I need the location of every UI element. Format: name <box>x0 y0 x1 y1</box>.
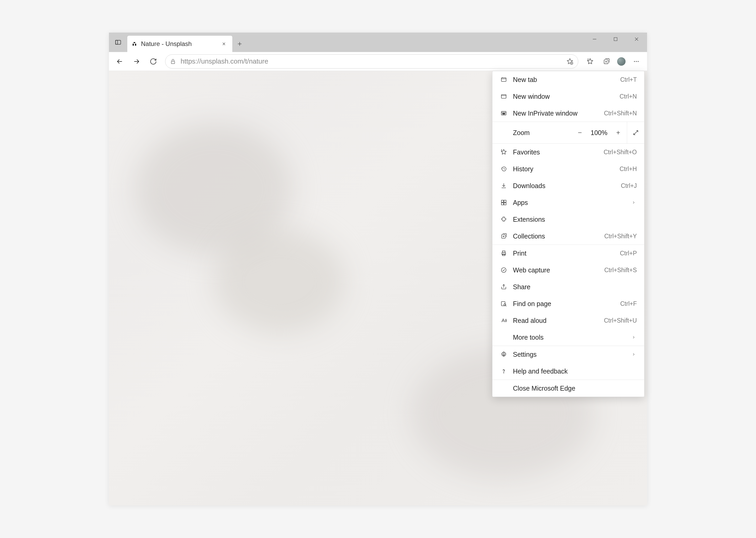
svg-rect-2 <box>614 37 617 41</box>
extensions-icon <box>500 215 508 223</box>
window-icon <box>500 92 508 100</box>
window-controls <box>584 32 647 52</box>
svg-rect-1 <box>116 40 118 44</box>
toolbar: https://unsplash.com/t/nature <box>109 52 647 71</box>
active-tab[interactable]: Nature - Unsplash <box>127 36 232 52</box>
svg-point-6 <box>634 61 635 62</box>
url-text[interactable]: https://unsplash.com/t/nature <box>181 57 562 65</box>
menu-shortcut: Ctrl+J <box>621 182 637 189</box>
zoom-in-button[interactable] <box>609 122 627 143</box>
menu-settings[interactable]: Settings <box>493 346 644 363</box>
collections-button[interactable] <box>599 54 614 69</box>
menu-read-aloud[interactable]: Read aloud Ctrl+Shift+U <box>493 312 644 329</box>
svg-rect-9 <box>501 78 506 81</box>
inprivate-icon <box>500 109 508 117</box>
svg-point-25 <box>503 353 504 355</box>
menu-label: Print <box>513 249 615 257</box>
history-icon <box>500 165 508 173</box>
gear-icon <box>500 350 508 358</box>
menu-new-tab[interactable]: New tab Ctrl+T <box>493 71 644 88</box>
svg-point-7 <box>636 61 637 62</box>
menu-shortcut: Ctrl+Shift+S <box>604 267 637 274</box>
menu-shortcut: Ctrl+H <box>620 166 637 173</box>
menu-shortcut: Ctrl+Shift+U <box>604 317 637 324</box>
browser-window: Nature - Unsplash <box>109 32 647 506</box>
menu-print[interactable]: Print Ctrl+P <box>493 245 644 262</box>
chevron-right-icon <box>632 200 637 205</box>
menu-close-edge[interactable]: Close Microsoft Edge <box>493 380 644 397</box>
more-horizontal-icon <box>633 58 639 65</box>
favorites-button[interactable] <box>583 54 598 69</box>
zoom-label: Zoom <box>513 129 571 136</box>
menu-history[interactable]: History Ctrl+H <box>493 161 644 177</box>
new-tab-icon <box>500 76 508 83</box>
capture-icon <box>500 266 508 274</box>
tab-close-button[interactable] <box>220 40 228 48</box>
menu-label: Collections <box>513 233 599 240</box>
add-favorite-button[interactable] <box>566 58 574 65</box>
print-icon <box>500 249 508 257</box>
forward-button[interactable] <box>129 54 144 69</box>
new-tab-button[interactable] <box>232 36 247 52</box>
chevron-right-icon <box>632 352 637 356</box>
svg-rect-10 <box>501 94 506 98</box>
menu-label: Close Microsoft Edge <box>513 385 637 392</box>
menu-new-window[interactable]: New window Ctrl+N <box>493 88 644 105</box>
chevron-right-icon <box>632 335 637 340</box>
menu-web-capture[interactable]: Web capture Ctrl+Shift+S <box>493 262 644 279</box>
download-icon <box>500 182 508 190</box>
menu-label: Share <box>513 283 637 291</box>
svg-rect-15 <box>504 200 506 202</box>
profile-avatar[interactable] <box>617 57 626 66</box>
share-icon <box>500 283 508 291</box>
menu-favorites[interactable]: Favorites Ctrl+Shift+O <box>493 144 644 161</box>
star-plus-icon <box>566 58 573 65</box>
menu-shortcut: Ctrl+N <box>620 93 637 100</box>
menu-help[interactable]: Help and feedback <box>493 363 644 380</box>
fullscreen-button[interactable] <box>627 122 644 143</box>
menu-more-tools[interactable]: More tools <box>493 329 644 346</box>
zoom-out-button[interactable] <box>571 122 589 143</box>
menu-shortcut: Ctrl+P <box>620 250 637 257</box>
menu-downloads[interactable]: Downloads Ctrl+J <box>493 177 644 194</box>
menu-collections[interactable]: Collections Ctrl+Shift+Y <box>493 228 644 244</box>
menu-label: Find on page <box>513 300 615 308</box>
menu-find[interactable]: Find on page Ctrl+F <box>493 295 644 312</box>
svg-rect-12 <box>502 113 505 114</box>
settings-menu-button[interactable] <box>629 54 644 69</box>
unsplash-favicon-icon <box>131 41 137 47</box>
close-window-button[interactable] <box>626 32 647 46</box>
menu-new-inprivate[interactable]: New InPrivate window Ctrl+Shift+N <box>493 105 644 122</box>
menu-label: Read aloud <box>513 317 599 324</box>
menu-label: New InPrivate window <box>513 110 599 117</box>
svg-rect-20 <box>502 251 505 252</box>
tab-title: Nature - Unsplash <box>141 40 216 48</box>
menu-zoom: Zoom 100% <box>493 122 644 143</box>
refresh-button[interactable] <box>146 54 161 69</box>
help-icon <box>500 367 508 375</box>
menu-extensions[interactable]: Extensions <box>493 211 644 228</box>
collections-icon <box>603 58 610 65</box>
svg-rect-21 <box>502 254 505 256</box>
menu-apps[interactable]: Apps <box>493 194 644 211</box>
find-icon <box>500 300 508 308</box>
close-icon <box>221 41 226 46</box>
titlebar: Nature - Unsplash <box>109 32 647 52</box>
read-aloud-icon <box>500 317 508 324</box>
maximize-icon <box>613 37 618 41</box>
svg-rect-0 <box>116 40 121 44</box>
menu-label: Extensions <box>513 216 637 223</box>
back-button[interactable] <box>112 54 127 69</box>
menu-label: Apps <box>513 199 626 206</box>
maximize-button[interactable] <box>605 32 626 46</box>
menu-label: Help and feedback <box>513 367 637 375</box>
minimize-button[interactable] <box>584 32 605 46</box>
address-bar[interactable]: https://unsplash.com/t/nature <box>165 54 578 69</box>
arrow-right-icon <box>132 58 140 65</box>
arrow-left-icon <box>116 58 124 65</box>
menu-label: History <box>513 165 614 173</box>
menu-share[interactable]: Share <box>493 279 644 295</box>
star-lines-icon <box>500 148 508 156</box>
tab-actions-button[interactable] <box>109 32 127 52</box>
svg-point-26 <box>503 372 504 373</box>
